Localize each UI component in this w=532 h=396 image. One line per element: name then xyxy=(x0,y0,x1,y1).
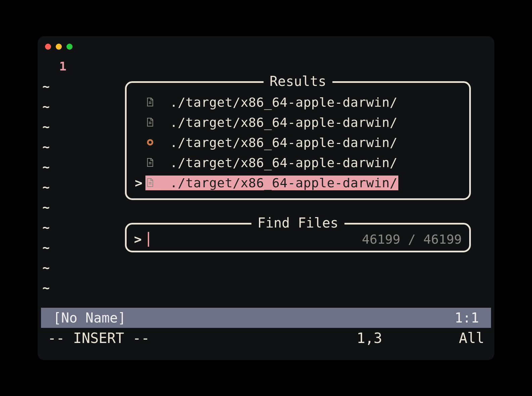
window-traffic-lights xyxy=(38,42,494,53)
file-icon xyxy=(146,95,154,110)
mode-line: -- INSERT -- 1,3 All xyxy=(41,329,491,348)
svg-point-5 xyxy=(149,141,152,144)
editor-mode: -- INSERT -- xyxy=(48,330,357,346)
empty-line-marker: ~ xyxy=(41,157,78,177)
empty-line-marker: ~ xyxy=(41,97,78,117)
cursor-position: 1:1 xyxy=(455,310,479,326)
file-icon xyxy=(146,155,154,170)
find-title: Find Files xyxy=(252,215,345,231)
empty-line-marker: ~ xyxy=(41,197,78,217)
text-cursor xyxy=(148,232,149,247)
minimize-icon[interactable] xyxy=(56,44,62,50)
status-bar: [No Name] 1:1 xyxy=(41,308,491,328)
telescope-prompt: Find Files > 46199 / 46199 xyxy=(125,223,471,252)
buffer-name: [No Name] xyxy=(53,310,126,326)
result-count: 46199 / 46199 xyxy=(362,232,462,247)
empty-line-marker: ~ xyxy=(41,117,78,137)
scroll-pct: All xyxy=(444,330,484,346)
result-path: ./target/x86_64-apple-darwin/ xyxy=(170,115,398,130)
result-path: ./target/x86_64-apple-darwin/ xyxy=(170,135,398,150)
results-list: ./target/x86_64-apple-darwin/ ./target/x… xyxy=(130,92,466,193)
line-col: 1,3 xyxy=(357,330,444,346)
zoom-icon[interactable] xyxy=(66,44,73,50)
result-path: ./target/x86_64-apple-darwin/ xyxy=(170,155,398,170)
result-row[interactable]: > ./target/x86_64-apple-darwin/ xyxy=(130,173,466,193)
terminal-window: 1~~~~~~~~~~~ Results ./target/x86_64-app… xyxy=(38,36,494,360)
result-row[interactable]: ./target/x86_64-apple-darwin/ xyxy=(130,153,466,173)
line-number: 1 xyxy=(41,56,78,77)
result-row[interactable]: ./target/x86_64-apple-darwin/ xyxy=(130,92,466,112)
close-icon[interactable] xyxy=(45,44,51,50)
prompt-glyph: > xyxy=(134,232,142,247)
file-icon xyxy=(146,176,154,190)
results-title: Results xyxy=(264,73,332,89)
result-row[interactable]: ./target/x86_64-apple-darwin/ xyxy=(130,112,466,133)
empty-line-marker: ~ xyxy=(41,278,78,298)
empty-line-marker: ~ xyxy=(41,217,78,238)
empty-line-marker: ~ xyxy=(41,258,78,278)
selection-pointer-icon: > xyxy=(132,176,145,190)
file-icon xyxy=(146,115,154,130)
result-row[interactable]: ./target/x86_64-apple-darwin/ xyxy=(130,133,466,153)
empty-line-marker: ~ xyxy=(41,77,78,97)
empty-line-marker: ~ xyxy=(41,137,78,157)
empty-line-marker: ~ xyxy=(41,238,78,258)
rust-icon xyxy=(146,135,154,150)
result-path: ./target/x86_64-apple-darwin/ xyxy=(170,176,398,190)
empty-line-marker: ~ xyxy=(41,177,78,197)
result-path: ./target/x86_64-apple-darwin/ xyxy=(170,95,398,110)
telescope-results: Results ./target/x86_64-apple-darwin/ ./… xyxy=(125,81,471,200)
